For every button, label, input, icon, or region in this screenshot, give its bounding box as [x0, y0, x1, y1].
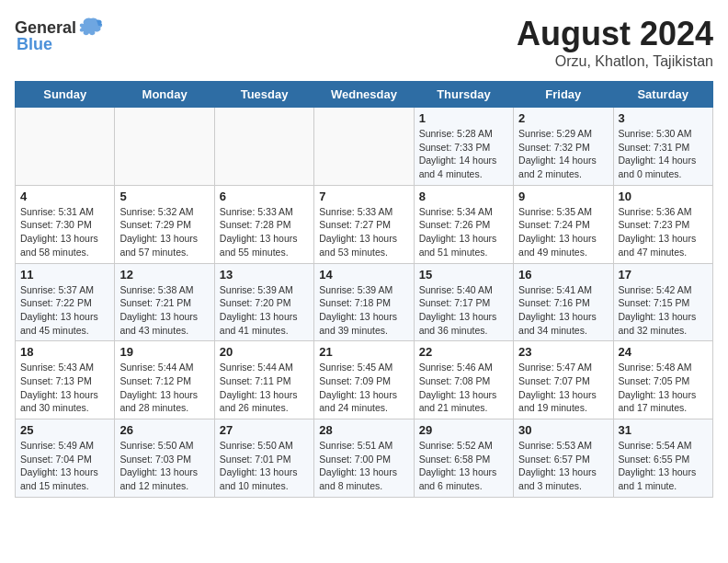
day-info: Sunrise: 5:33 AM Sunset: 7:27 PM Dayligh… [319, 205, 408, 259]
calendar-cell: 5Sunrise: 5:32 AM Sunset: 7:29 PM Daylig… [115, 185, 214, 263]
calendar-cell: 14Sunrise: 5:39 AM Sunset: 7:18 PM Dayli… [314, 263, 414, 341]
day-info: Sunrise: 5:39 AM Sunset: 7:20 PM Dayligh… [220, 283, 309, 338]
day-number: 19 [119, 345, 209, 359]
day-info: Sunrise: 5:31 AM Sunset: 7:30 PM Dayligh… [20, 205, 109, 259]
day-number: 26 [119, 423, 209, 437]
day-info: Sunrise: 5:45 AM Sunset: 7:09 PM Dayligh… [319, 361, 408, 415]
day-info: Sunrise: 5:41 AM Sunset: 7:16 PM Dayligh… [518, 283, 608, 338]
day-info: Sunrise: 5:44 AM Sunset: 7:12 PM Dayligh… [119, 361, 209, 415]
calendar-cell [115, 108, 214, 186]
day-number: 20 [220, 345, 309, 359]
title-area: August 2024 Orzu, Khatlon, Tajikistan [517, 15, 713, 70]
day-number: 10 [619, 190, 708, 203]
day-info: Sunrise: 5:32 AM Sunset: 7:29 PM Dayligh… [119, 205, 209, 259]
calendar-cell: 8Sunrise: 5:34 AM Sunset: 7:26 PM Daylig… [414, 185, 513, 263]
calendar-cell: 22Sunrise: 5:46 AM Sunset: 7:08 PM Dayli… [414, 341, 513, 419]
header: General Blue August 2024 Orzu, Khatlon, … [15, 15, 713, 70]
dow-header-saturday: Saturday [613, 82, 712, 108]
calendar-cell: 26Sunrise: 5:50 AM Sunset: 7:03 PM Dayli… [115, 419, 214, 498]
day-number: 5 [119, 190, 209, 203]
day-number: 25 [20, 423, 109, 437]
calendar-cell: 18Sunrise: 5:43 AM Sunset: 7:13 PM Dayli… [16, 341, 115, 419]
calendar-cell: 10Sunrise: 5:36 AM Sunset: 7:23 PM Dayli… [613, 185, 712, 263]
calendar-cell [16, 108, 115, 186]
calendar-week-row: 18Sunrise: 5:43 AM Sunset: 7:13 PM Dayli… [16, 341, 713, 419]
day-info: Sunrise: 5:52 AM Sunset: 6:58 PM Dayligh… [419, 439, 508, 493]
day-info: Sunrise: 5:35 AM Sunset: 7:24 PM Dayligh… [518, 205, 608, 259]
day-number: 3 [619, 111, 708, 125]
day-number: 29 [419, 423, 508, 437]
calendar-body: 1Sunrise: 5:28 AM Sunset: 7:33 PM Daylig… [16, 108, 713, 498]
location-subtitle: Orzu, Khatlon, Tajikistan [517, 53, 713, 70]
calendar-cell: 29Sunrise: 5:52 AM Sunset: 6:58 PM Dayli… [414, 419, 513, 498]
calendar-cell: 6Sunrise: 5:33 AM Sunset: 7:28 PM Daylig… [214, 185, 313, 263]
calendar-cell: 3Sunrise: 5:30 AM Sunset: 7:31 PM Daylig… [613, 108, 712, 186]
calendar-cell: 20Sunrise: 5:44 AM Sunset: 7:11 PM Dayli… [214, 341, 313, 419]
dow-header-friday: Friday [514, 82, 613, 108]
day-number: 18 [20, 345, 109, 359]
day-info: Sunrise: 5:48 AM Sunset: 7:05 PM Dayligh… [619, 361, 708, 415]
day-number: 9 [518, 190, 608, 203]
dow-header-wednesday: Wednesday [314, 82, 414, 108]
day-info: Sunrise: 5:39 AM Sunset: 7:18 PM Dayligh… [319, 283, 408, 338]
calendar-cell: 7Sunrise: 5:33 AM Sunset: 7:27 PM Daylig… [314, 185, 414, 263]
day-info: Sunrise: 5:54 AM Sunset: 6:55 PM Dayligh… [619, 439, 708, 493]
calendar-cell: 4Sunrise: 5:31 AM Sunset: 7:30 PM Daylig… [16, 185, 115, 263]
day-number: 2 [518, 111, 608, 125]
day-number: 6 [220, 190, 309, 203]
dow-header-monday: Monday [115, 82, 214, 108]
day-info: Sunrise: 5:33 AM Sunset: 7:28 PM Dayligh… [220, 205, 309, 259]
calendar-cell: 31Sunrise: 5:54 AM Sunset: 6:55 PM Dayli… [613, 419, 712, 498]
day-of-week-header-row: SundayMondayTuesdayWednesdayThursdayFrid… [16, 82, 713, 108]
calendar-cell: 1Sunrise: 5:28 AM Sunset: 7:33 PM Daylig… [414, 108, 513, 186]
day-info: Sunrise: 5:38 AM Sunset: 7:21 PM Dayligh… [119, 283, 209, 338]
day-number: 16 [518, 268, 608, 282]
calendar-table: SundayMondayTuesdayWednesdayThursdayFrid… [15, 81, 713, 498]
day-number: 30 [518, 423, 608, 437]
day-info: Sunrise: 5:46 AM Sunset: 7:08 PM Dayligh… [419, 361, 508, 415]
calendar-cell [314, 108, 414, 186]
calendar-cell: 28Sunrise: 5:51 AM Sunset: 7:00 PM Dayli… [314, 419, 414, 498]
day-number: 14 [319, 268, 408, 282]
day-info: Sunrise: 5:49 AM Sunset: 7:04 PM Dayligh… [20, 439, 109, 493]
day-info: Sunrise: 5:37 AM Sunset: 7:22 PM Dayligh… [20, 283, 109, 338]
day-number: 17 [619, 268, 708, 282]
day-number: 12 [119, 268, 209, 282]
logo: General Blue [15, 15, 104, 54]
calendar-cell: 11Sunrise: 5:37 AM Sunset: 7:22 PM Dayli… [16, 263, 115, 341]
calendar-cell [214, 108, 313, 186]
day-number: 13 [220, 268, 309, 282]
day-info: Sunrise: 5:47 AM Sunset: 7:07 PM Dayligh… [518, 361, 608, 415]
calendar-cell: 13Sunrise: 5:39 AM Sunset: 7:20 PM Dayli… [214, 263, 313, 341]
calendar-week-row: 11Sunrise: 5:37 AM Sunset: 7:22 PM Dayli… [16, 263, 713, 341]
day-number: 8 [419, 190, 508, 203]
logo-bird-icon [78, 15, 104, 40]
month-year-title: August 2024 [517, 15, 713, 53]
day-info: Sunrise: 5:51 AM Sunset: 7:00 PM Dayligh… [319, 439, 408, 493]
day-info: Sunrise: 5:44 AM Sunset: 7:11 PM Dayligh… [220, 361, 309, 415]
day-number: 23 [518, 345, 608, 359]
calendar-week-row: 25Sunrise: 5:49 AM Sunset: 7:04 PM Dayli… [16, 419, 713, 498]
day-number: 4 [20, 190, 109, 203]
calendar-cell: 25Sunrise: 5:49 AM Sunset: 7:04 PM Dayli… [16, 419, 115, 498]
calendar-cell: 23Sunrise: 5:47 AM Sunset: 7:07 PM Dayli… [514, 341, 613, 419]
calendar-cell: 17Sunrise: 5:42 AM Sunset: 7:15 PM Dayli… [613, 263, 712, 341]
day-number: 24 [619, 345, 708, 359]
dow-header-thursday: Thursday [414, 82, 513, 108]
logo-text-blue: Blue [17, 35, 52, 54]
day-info: Sunrise: 5:53 AM Sunset: 6:57 PM Dayligh… [518, 439, 608, 493]
calendar-cell: 16Sunrise: 5:41 AM Sunset: 7:16 PM Dayli… [514, 263, 613, 341]
calendar-cell: 15Sunrise: 5:40 AM Sunset: 7:17 PM Dayli… [414, 263, 513, 341]
dow-header-tuesday: Tuesday [214, 82, 313, 108]
calendar-cell: 27Sunrise: 5:50 AM Sunset: 7:01 PM Dayli… [214, 419, 313, 498]
calendar-week-row: 4Sunrise: 5:31 AM Sunset: 7:30 PM Daylig… [16, 185, 713, 263]
calendar-cell: 30Sunrise: 5:53 AM Sunset: 6:57 PM Dayli… [514, 419, 613, 498]
calendar-cell: 9Sunrise: 5:35 AM Sunset: 7:24 PM Daylig… [514, 185, 613, 263]
day-info: Sunrise: 5:36 AM Sunset: 7:23 PM Dayligh… [619, 205, 708, 259]
day-number: 1 [419, 111, 508, 125]
calendar-cell: 21Sunrise: 5:45 AM Sunset: 7:09 PM Dayli… [314, 341, 414, 419]
day-number: 21 [319, 345, 408, 359]
day-info: Sunrise: 5:43 AM Sunset: 7:13 PM Dayligh… [20, 361, 109, 415]
calendar-cell: 19Sunrise: 5:44 AM Sunset: 7:12 PM Dayli… [115, 341, 214, 419]
day-info: Sunrise: 5:50 AM Sunset: 7:01 PM Dayligh… [220, 439, 309, 493]
